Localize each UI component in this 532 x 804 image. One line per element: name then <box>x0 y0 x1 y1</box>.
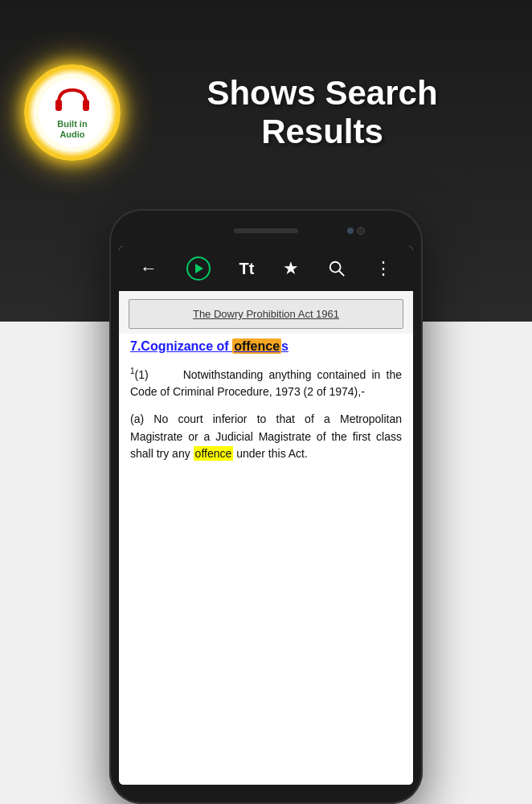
phone-top-bar <box>119 219 413 243</box>
content-area: The Dowry Prohibition Act 1961 7.Cogniza… <box>119 291 413 785</box>
logo-circle: Built in Audio <box>24 64 121 161</box>
para2-label: (a) <box>130 412 144 425</box>
background: Built in Audio Shows Search Results <box>0 0 532 804</box>
header: Built in Audio Shows Search Results <box>0 0 532 225</box>
heading-prefix: 7.Cognizance of <box>130 339 232 353</box>
logo-inner: Built in Audio <box>39 79 107 147</box>
para2-text-after: under this Act. <box>233 447 308 460</box>
heading-suffix: s <box>281 339 289 353</box>
svg-rect-1 <box>83 100 89 111</box>
paragraph-1: 1(1) Notwithstanding anything contained … <box>130 365 402 401</box>
play-circle <box>186 256 211 281</box>
back-button[interactable]: ← <box>133 255 164 282</box>
play-icon <box>195 264 203 273</box>
text-size-button[interactable]: Tt <box>233 256 261 281</box>
title-area: Shows Search Results <box>137 74 508 152</box>
para2-highlight: offence <box>194 446 234 461</box>
play-button[interactable] <box>180 253 217 284</box>
heading-highlight: offence <box>232 338 281 354</box>
main-content: 7.Cognizance of offences 1(1) Notwithsta… <box>119 334 413 785</box>
phone-camera <box>357 227 365 235</box>
svg-rect-0 <box>55 100 62 111</box>
act-title-box: The Dowry Prohibition Act 1961 <box>129 299 403 329</box>
phone-screen: ← Tt ★ <box>119 246 413 785</box>
phone-device: ← Tt ★ <box>109 209 423 804</box>
search-button[interactable] <box>321 256 352 281</box>
paragraph-2: (a) No court inferior to that of a Metro… <box>130 411 402 463</box>
search-icon <box>328 260 346 277</box>
more-icon: ⋮ <box>374 258 392 279</box>
act-title: The Dowry Prohibition Act 1961 <box>139 308 393 320</box>
bookmark-button[interactable]: ★ <box>276 255 305 282</box>
phone-speaker <box>234 228 298 233</box>
phone-camera-sensor <box>347 228 354 234</box>
para1-text: Notwithstanding anything contained in th… <box>130 367 402 398</box>
section-heading: 7.Cognizance of offences <box>130 337 402 357</box>
app-toolbar: ← Tt ★ <box>119 246 413 291</box>
para1-number: (1) <box>135 367 149 380</box>
text-size-icon: Tt <box>239 260 255 278</box>
svg-line-3 <box>339 271 344 276</box>
star-icon: ★ <box>283 258 299 279</box>
headphone-icon <box>52 85 92 117</box>
phone-outer: ← Tt ★ <box>109 209 423 804</box>
main-title: Shows Search Results <box>137 74 508 152</box>
logo-text: Built in Audio <box>57 119 87 140</box>
more-button[interactable]: ⋮ <box>368 255 399 282</box>
svg-point-2 <box>330 262 341 273</box>
